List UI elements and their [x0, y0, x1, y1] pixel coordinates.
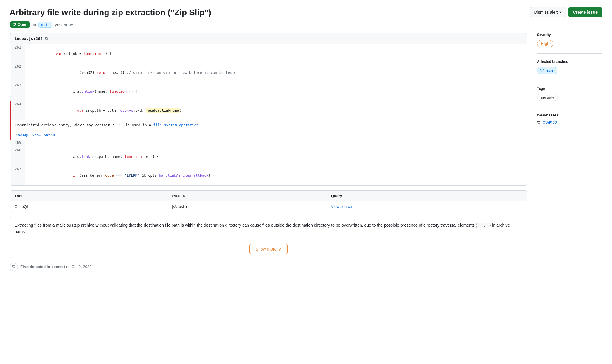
code-line: 262 if (win32) return next() // skip lin…	[10, 63, 527, 83]
description-body: Extracting files from a malicious zip ar…	[10, 217, 527, 240]
weaknesses-label: Weaknesses	[537, 113, 602, 117]
cwe-link[interactable]: CWE-22	[543, 120, 557, 125]
code-line: 267 if (err && err.code === 'EPERM' && o…	[10, 166, 527, 185]
severity-badge: High	[537, 40, 553, 47]
tag-badge: security	[537, 94, 558, 101]
col-query: Query	[326, 191, 527, 201]
code-line: 266 xfs.link(srcpath, name, function (er…	[10, 147, 527, 166]
chevron-down-icon: ▾	[559, 10, 561, 15]
alert-message: Unsanitized archive entry, which may con…	[10, 120, 527, 130]
chevron-down-icon: ∨	[278, 247, 281, 251]
code-line: 261 var onlink = function () {	[10, 44, 527, 63]
show-more-button[interactable]: Show more ∨	[249, 244, 288, 254]
file-reference: index.js:264	[15, 36, 43, 41]
code-line: 265	[10, 140, 527, 147]
shield-icon: 🛡	[540, 68, 544, 73]
codeql-label: CodeQL	[15, 133, 29, 137]
sidebar-severity-section: Severity High	[537, 33, 602, 54]
info-table-card: Tool Rule ID Query CodeQL js/zipslip Vie…	[10, 190, 527, 212]
show-more-row: Show more ∨	[10, 240, 527, 258]
detected-text: First detected in commit on Oct 9, 2022	[20, 265, 91, 269]
code-card-header: index.js:264 ⧉	[10, 33, 527, 44]
col-rule-id: Rule ID	[167, 191, 326, 201]
shield-icon: 🛡	[537, 120, 541, 125]
branch-tag: main	[38, 22, 52, 28]
affected-branches-label: Affected branches	[537, 60, 602, 64]
weakness-item: 🛡 CWE-22	[537, 120, 602, 125]
severity-label: Severity	[537, 33, 602, 37]
copy-icon[interactable]: ⧉	[45, 36, 48, 41]
show-paths-link[interactable]: Show paths	[32, 133, 55, 137]
timestamp: yesterday	[55, 22, 73, 27]
rule-id-value: js/zipslip	[167, 201, 326, 212]
dismiss-alert-button[interactable]: Dismiss alert ▾	[530, 7, 566, 17]
tool-value: CodeQL	[10, 201, 167, 212]
tags-label: Tags	[537, 86, 602, 91]
description-card: Extracting files from a malicious zip ar…	[10, 217, 527, 258]
sidebar-branches-section: Affected branches 🛡 main	[537, 60, 602, 80]
shield-icon: 🛡	[13, 23, 16, 27]
footer-row: 🛡 First detected in commit on Oct 9, 202…	[10, 263, 527, 271]
affected-branch-item[interactable]: 🛡 main	[537, 67, 557, 74]
code-body: 261 var onlink = function () { 262 if (w…	[10, 44, 527, 185]
footer-shield-icon: 🛡	[10, 263, 18, 271]
info-table: Tool Rule ID Query CodeQL js/zipslip Vie…	[10, 191, 527, 212]
status-badge: 🛡 Open	[10, 21, 30, 28]
codeql-row: CodeQL Show paths	[10, 130, 527, 140]
table-row: CodeQL js/zipslip View source	[10, 201, 527, 212]
code-line: 263 xfs.unlink(name, function () {	[10, 82, 527, 101]
page-title: Arbitrary file write during zip extracti…	[10, 7, 530, 18]
view-source-link[interactable]: View source	[331, 204, 352, 209]
code-line-alert: 264 var srcpath = path.resolve(cwd, head…	[10, 101, 527, 120]
sidebar: Severity High Affected branches 🛡 main T…	[537, 33, 602, 137]
sidebar-weaknesses-section: Weaknesses 🛡 CWE-22	[537, 113, 602, 131]
col-tool: Tool	[10, 191, 167, 201]
code-card: index.js:264 ⧉ 261 var onlink = function…	[10, 33, 527, 186]
sidebar-tags-section: Tags security	[537, 86, 602, 107]
create-issue-button[interactable]: Create issue	[568, 7, 602, 17]
